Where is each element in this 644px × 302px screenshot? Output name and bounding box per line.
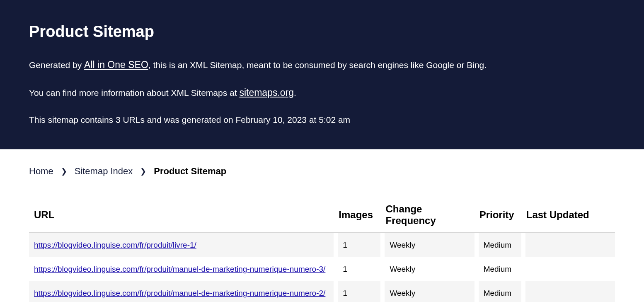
cell-url: https://blogvideo.linguise.com/fr/produi… <box>29 257 334 281</box>
header-line-1-prefix: Generated by <box>29 60 84 70</box>
breadcrumb-current: Product Sitemap <box>154 166 226 177</box>
cell-last-updated <box>521 281 615 302</box>
breadcrumb: Home ❯ Sitemap Index ❯ Product Sitemap <box>29 166 615 177</box>
header-line-1: Generated by All in One SEO, this is an … <box>29 57 615 73</box>
cell-change-frequency: Weekly <box>380 281 474 302</box>
cell-images: 1 <box>334 233 380 257</box>
cell-priority: Medium <box>475 281 521 302</box>
col-url: URL <box>29 197 334 233</box>
cell-url: https://blogvideo.linguise.com/fr/produi… <box>29 281 334 302</box>
page-content: Home ❯ Sitemap Index ❯ Product Sitemap U… <box>0 149 644 302</box>
cell-priority: Medium <box>475 257 521 281</box>
all-in-one-seo-link[interactable]: All in One SEO <box>84 59 148 70</box>
header-line-2-prefix: You can find more information about XML … <box>29 88 239 97</box>
url-link[interactable]: https://blogvideo.linguise.com/fr/produi… <box>34 265 325 273</box>
chevron-right-icon: ❯ <box>140 167 146 176</box>
breadcrumb-item-home[interactable]: Home <box>29 166 53 177</box>
header-line-2-suffix: . <box>294 88 296 97</box>
cell-url: https://blogvideo.linguise.com/fr/produi… <box>29 233 334 257</box>
header-line-1-suffix: , this is an XML Sitemap, meant to be co… <box>148 60 487 70</box>
breadcrumb-item-sitemap-index[interactable]: Sitemap Index <box>75 166 133 177</box>
cell-priority: Medium <box>475 233 521 257</box>
page-header: Product Sitemap Generated by All in One … <box>0 0 644 149</box>
header-line-2: You can find more information about XML … <box>29 85 615 100</box>
sitemaps-org-link[interactable]: sitemaps.org <box>239 87 294 98</box>
cell-last-updated <box>521 233 615 257</box>
sitemap-table: URL Images Change Frequency Priority Las… <box>29 197 615 302</box>
url-link[interactable]: https://blogvideo.linguise.com/fr/produi… <box>34 241 196 249</box>
col-last-updated: Last Updated <box>521 197 615 233</box>
col-images: Images <box>334 197 380 233</box>
table-row: https://blogvideo.linguise.com/fr/produi… <box>29 257 615 281</box>
table-row: https://blogvideo.linguise.com/fr/produi… <box>29 233 615 257</box>
cell-images: 1 <box>334 257 380 281</box>
col-priority: Priority <box>475 197 521 233</box>
col-change-frequency: Change Frequency <box>380 197 474 233</box>
chevron-right-icon: ❯ <box>61 167 67 176</box>
header-line-3: This sitemap contains 3 URLs and was gen… <box>29 113 615 127</box>
cell-images: 1 <box>334 281 380 302</box>
page-title: Product Sitemap <box>29 23 615 41</box>
cell-change-frequency: Weekly <box>380 233 474 257</box>
url-link[interactable]: https://blogvideo.linguise.com/fr/produi… <box>34 289 325 297</box>
cell-change-frequency: Weekly <box>380 257 474 281</box>
cell-last-updated <box>521 257 615 281</box>
table-row: https://blogvideo.linguise.com/fr/produi… <box>29 281 615 302</box>
table-header-row: URL Images Change Frequency Priority Las… <box>29 197 615 233</box>
